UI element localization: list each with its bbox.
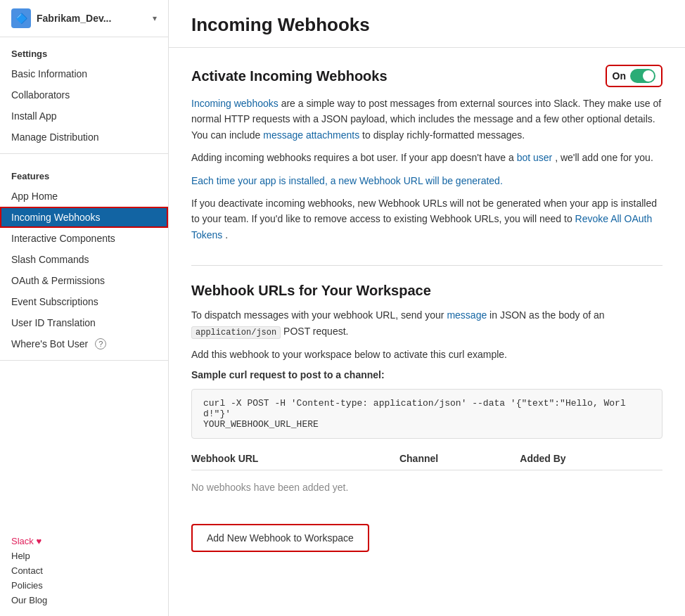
col-channel: Channel: [399, 447, 520, 470]
sidebar-item-wheres-bot-user[interactable]: Where's Bot User ?: [0, 333, 168, 354]
app-icon: 🔷: [11, 8, 31, 28]
interactive-components-label: Interactive Components: [11, 233, 115, 244]
table-row-empty: No webhooks have been added yet.: [191, 470, 662, 516]
app-name: Fabrikam_Dev...: [37, 13, 147, 24]
sidebar-item-user-id-translation[interactable]: User ID Translation: [0, 312, 168, 333]
features-section-label: Features: [0, 160, 168, 186]
footer-help[interactable]: Help: [11, 548, 157, 563]
activate-section-title: Activate Incoming Webhooks: [191, 68, 388, 84]
activate-header-row: Activate Incoming Webhooks On: [191, 65, 662, 87]
webhook-urls-title: Webhook URLs for Your Workspace: [191, 283, 431, 299]
sidebar-item-basic-info[interactable]: Basic Information: [0, 63, 168, 84]
add-webhook-button[interactable]: Add New Webhook to Workspace: [191, 524, 369, 552]
wheres-bot-user-label: Where's Bot User: [11, 338, 88, 349]
footer-slack[interactable]: Slack ♥: [11, 534, 157, 548]
manage-distribution-label: Manage Distribution: [11, 131, 99, 143]
question-icon[interactable]: ?: [95, 338, 106, 349]
dropdown-icon: ▾: [153, 13, 157, 23]
content-area: Activate Incoming Webhooks On Incoming w…: [169, 48, 685, 591]
sidebar-item-event-subscriptions[interactable]: Event Subscriptions: [0, 291, 168, 312]
sidebar-item-collaborators[interactable]: Collaborators: [0, 84, 168, 105]
collaborators-label: Collaborators: [11, 89, 70, 101]
dispatch-text: To dispatch messages with your webhook U…: [191, 307, 662, 340]
col-added-by: Added By: [520, 447, 662, 470]
incoming-webhooks-link[interactable]: Incoming webhooks: [191, 98, 279, 109]
col-webhook-url: Webhook URL: [191, 447, 399, 470]
sidebar-divider-1: [0, 153, 168, 154]
bot-user-link[interactable]: bot user: [517, 152, 553, 163]
application-json-code: application/json: [191, 326, 281, 339]
toggle-container[interactable]: On: [606, 65, 662, 87]
add-webhook-text: Add this webhook to your workspace below…: [191, 347, 662, 362]
sidebar-item-manage-distribution[interactable]: Manage Distribution: [0, 127, 168, 148]
sidebar-footer: Slack ♥ Help Contact Policies Our Blog: [0, 525, 168, 616]
app-selector[interactable]: 🔷 Fabrikam_Dev... ▾: [0, 0, 168, 37]
event-subscriptions-label: Event Subscriptions: [11, 296, 98, 307]
oauth-permissions-label: OAuth & Permissions: [11, 275, 105, 286]
basic-info-label: Basic Information: [11, 68, 87, 79]
user-id-translation-label: User ID Translation: [11, 317, 96, 328]
toggle-label: On: [613, 70, 626, 82]
app-home-label: App Home: [11, 191, 58, 202]
footer-policies[interactable]: Policies: [11, 578, 157, 593]
page-title: Incoming Webhooks: [191, 14, 662, 36]
install-app-label: Install App: [11, 110, 57, 122]
sidebar-item-interactive-components[interactable]: Interactive Components: [0, 228, 168, 249]
description-para-1: Incoming webhooks are a simple way to po…: [191, 96, 662, 143]
activate-webhooks-section: Activate Incoming Webhooks On Incoming w…: [191, 65, 662, 243]
no-webhooks-message: No webhooks have been added yet.: [191, 476, 662, 499]
sidebar-item-slash-commands[interactable]: Slash Commands: [0, 249, 168, 270]
toggle-knob: [643, 70, 654, 82]
incoming-webhooks-label: Incoming Webhooks: [11, 212, 101, 223]
section-divider: [191, 265, 662, 266]
sidebar-item-app-home[interactable]: App Home: [0, 186, 168, 207]
curl-code-block: curl -X POST -H 'Content-type: applicati…: [191, 389, 662, 439]
webhook-urls-section: Webhook URLs for Your Workspace To dispa…: [191, 283, 662, 552]
message-attachments-link[interactable]: message attachments: [263, 129, 359, 141]
sidebar-item-incoming-webhooks[interactable]: Incoming Webhooks: [0, 207, 168, 228]
webhook-table: Webhook URL Channel Added By No webhooks…: [191, 447, 662, 515]
main-content: Incoming Webhooks Activate Incoming Webh…: [169, 0, 685, 616]
footer-our-blog[interactable]: Our Blog: [11, 593, 157, 608]
sidebar-divider-2: [0, 360, 168, 361]
sample-curl-label: Sample curl request to post to a channel…: [191, 369, 662, 380]
settings-section-label: Settings: [0, 37, 168, 63]
sidebar-item-install-app[interactable]: Install App: [0, 105, 168, 127]
slash-commands-label: Slash Commands: [11, 254, 89, 265]
description-para-4: If you deactivate incoming webhooks, new…: [191, 195, 662, 243]
description-para-2: Adding incoming webhooks requires a bot …: [191, 150, 662, 165]
toggle-switch[interactable]: [630, 69, 655, 83]
webhook-urls-header-row: Webhook URLs for Your Workspace: [191, 283, 662, 299]
footer-contact[interactable]: Contact: [11, 563, 157, 578]
sidebar: 🔷 Fabrikam_Dev... ▾ Settings Basic Infor…: [0, 0, 169, 616]
page-header: Incoming Webhooks: [169, 0, 685, 48]
description-para-3: Each time your app is installed, a new W…: [191, 173, 662, 188]
message-link[interactable]: message: [447, 309, 487, 321]
sidebar-item-oauth-permissions[interactable]: OAuth & Permissions: [0, 270, 168, 291]
